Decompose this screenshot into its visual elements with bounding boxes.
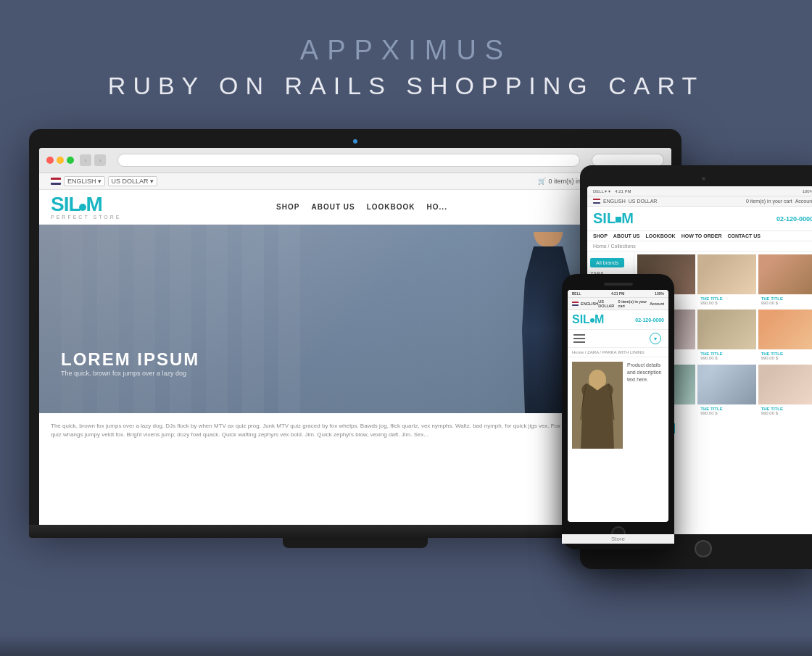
tablet-camera	[702, 177, 705, 180]
tablet-language: ENGLISH	[603, 199, 626, 204]
nav-lookbook[interactable]: LOOKBOOK	[367, 203, 415, 211]
language-selector[interactable]: ENGLISH ▾ US DOLLAR ▾	[51, 176, 157, 186]
person-head	[534, 232, 563, 246]
hamburger-menu[interactable]	[571, 331, 588, 346]
site-logo: SILM PERFECT STORE	[51, 194, 121, 220]
phone-dropdown-icon[interactable]: ▾	[650, 333, 661, 344]
maximize-window-button[interactable]	[67, 157, 74, 164]
phone-breadcrumb: Home / ZARA / PARKA WITH LINING	[568, 348, 668, 357]
product-item-9[interactable]: THE TITLE 990.00 $	[758, 365, 812, 418]
product-info-5: THE TITLE 990.00 $	[697, 349, 755, 362]
site-topbar: ENGLISH ▾ US DOLLAR ▾ 🛒 0 item(s)	[39, 173, 671, 190]
minimize-window-button[interactable]	[57, 157, 64, 164]
phone-status-bar: BELL 4:21 PM 100%	[568, 290, 668, 298]
hamburger-line-2	[573, 338, 585, 339]
tablet-time: 4:21 PM	[615, 189, 631, 194]
phone-carrier: BELL	[572, 291, 581, 296]
tablet-home-button[interactable]	[695, 540, 712, 557]
forward-button[interactable]: ›	[94, 154, 106, 166]
product-item-8[interactable]: THE TITLE 990.00 $	[697, 365, 755, 418]
hero-text-area: LOREM IPSUM The quick, brown fox jumps o…	[61, 349, 199, 377]
currency-label: US DOLLAR	[112, 178, 149, 185]
product-price-6: 990.00 $	[761, 356, 812, 360]
phone-product-details: Product details and description text her…	[627, 362, 664, 449]
language-select-box[interactable]: ENGLISH ▾	[64, 176, 105, 186]
tablet-logo-dot	[616, 217, 621, 223]
nav-about-us[interactable]: ABOUT US	[311, 203, 355, 211]
hamburger-line-3	[573, 341, 585, 343]
phone-nav: SILM 02-120-0000	[568, 310, 668, 330]
tablet-nav-contact[interactable]: CONTACT US	[728, 233, 761, 238]
nav-more[interactable]: HO...	[427, 203, 447, 211]
close-window-button[interactable]	[46, 157, 54, 164]
phone-product-area: Product details and description text her…	[568, 357, 668, 453]
product-item-6[interactable]: THE TITLE 990.00 $	[758, 310, 812, 362]
tablet-battery: 100%	[803, 189, 812, 194]
hero-title: LOREM IPSUM	[61, 349, 199, 370]
product-info-6: THE TITLE 990.00 $	[758, 349, 812, 362]
back-button[interactable]: ‹	[80, 154, 91, 166]
browser-url-bar[interactable]	[117, 154, 580, 167]
product-info-8: THE TITLE 990.00 $	[697, 404, 755, 418]
site-navigation: SILM PERFECT STORE SHOP ABOUT US LOOKBOO…	[39, 190, 671, 225]
tablet-nav-how[interactable]: HOW TO ORDER	[682, 233, 722, 238]
phone-lang: ENGLISH	[581, 302, 598, 306]
tablet-nav: SILM 02-120-0000	[587, 207, 812, 231]
tablet-nav-about[interactable]: ABOUT US	[613, 233, 640, 238]
chevron-down-icon: ▾	[654, 336, 657, 342]
tablet-topbar: ENGLISH US DOLLAR 0 item(s) in your cart…	[587, 196, 812, 207]
header: APPXIMUS RUBY ON RAILS SHOPPING CART	[0, 0, 812, 122]
phone-logo: SILM	[572, 313, 604, 326]
bottom-shadow	[0, 634, 812, 656]
logo-dot-icon	[79, 204, 86, 211]
browser-traffic-lights	[46, 157, 74, 164]
browser-chrome: ‹ ›	[39, 148, 671, 173]
phone-screen: BELL 4:21 PM 100% ENGLISH US DOLLAR 0 it…	[568, 290, 668, 522]
product-item-3[interactable]: THE TITLE 990.00 $	[758, 254, 812, 307]
phone-battery: 100%	[655, 291, 664, 296]
app-subtitle: RUBY ON RAILS SHOPPING CART	[0, 72, 812, 100]
product-item-2[interactable]: THE TITLE 990.00 $	[697, 254, 755, 307]
phone-flag-icon	[572, 302, 579, 306]
currency-chevron: ▾	[150, 178, 154, 185]
all-brands-filter[interactable]: All brands	[590, 258, 624, 267]
hero-subtitle: The quick, brown fox jumps over a lazy d…	[61, 370, 199, 377]
product-price-2: 990.00 $	[700, 301, 753, 305]
tablet-phone: 02-120-0000	[776, 215, 812, 223]
phone-device: BELL 4:21 PM 100% ENGLISH US DOLLAR 0 it…	[562, 274, 674, 549]
tablet-cart-text: 0 item(s) in your cart	[746, 199, 792, 204]
product-price-9: 990.00 $	[761, 411, 812, 415]
product-image-5	[697, 310, 755, 349]
language-chevron: ▾	[98, 178, 102, 185]
tablet-currency: US DOLLAR	[629, 199, 658, 204]
cart-icon: 🛒	[538, 178, 546, 185]
product-detail-text: Product details and description text her…	[627, 362, 664, 383]
phone-speaker	[604, 283, 633, 286]
phone-product-image	[572, 362, 623, 449]
product-price-8: 990.00 $	[700, 411, 753, 415]
logo-text: SILM	[51, 194, 121, 215]
logo-subtitle: PERFECT STORE	[51, 215, 121, 220]
tablet-logo: SILM	[593, 210, 634, 227]
phone-frame: BELL 4:21 PM 100% ENGLISH US DOLLAR 0 it…	[562, 274, 674, 549]
laptop-camera	[353, 139, 357, 144]
phone-time: 4:21 PM	[611, 291, 625, 296]
product-info-9: THE TITLE 990.00 $	[758, 404, 812, 418]
product-item-5[interactable]: THE TITLE 990.00 $	[697, 310, 755, 362]
product-image-6	[758, 310, 812, 349]
hamburger-line-1	[573, 334, 585, 336]
devices-container: ‹ ›	[0, 122, 812, 629]
phone-cart-text: 0 item(s) in your cart	[618, 299, 649, 308]
tablet-carrier: DELL ▾ ▾	[593, 188, 610, 194]
tablet-nav-shop[interactable]: SHOP	[593, 233, 608, 238]
nav-shop[interactable]: SHOP	[276, 203, 299, 211]
tablet-status-bar: DELL ▾ ▾ 4:21 PM 100%	[587, 186, 812, 196]
product-image-9	[758, 365, 812, 404]
product-image-2	[697, 254, 755, 294]
product-info-3: THE TITLE 990.00 $	[758, 294, 812, 307]
phone-menu-bar: ▾	[568, 330, 668, 348]
tablet-nav-lookbook[interactable]: LOOKBOOK	[645, 233, 675, 238]
product-image-svg	[572, 362, 623, 449]
product-info-2: THE TITLE 990.00 $	[697, 294, 755, 307]
currency-select-box[interactable]: US DOLLAR ▾	[108, 176, 157, 186]
